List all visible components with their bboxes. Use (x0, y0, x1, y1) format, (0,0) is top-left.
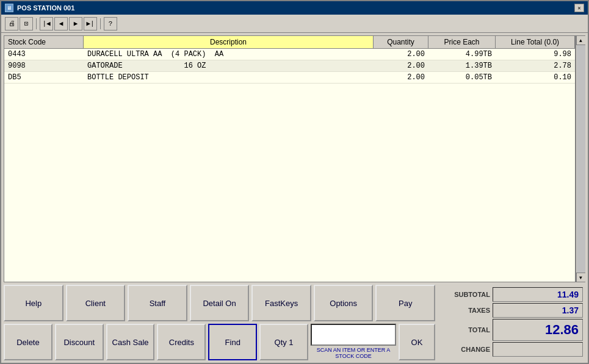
staff-button[interactable]: Staff (128, 285, 187, 321)
cell-stock-code: 9098 (4, 60, 84, 71)
cell-line-total: 0.10 (496, 72, 575, 83)
scan-input[interactable] (311, 324, 396, 346)
credits-button[interactable]: Credits (157, 324, 206, 360)
nav-prev-button[interactable]: ◀ (54, 17, 68, 30)
taxes-row: TAXES 1.37 (441, 303, 583, 318)
window-title: POS STATION 001 (17, 4, 74, 12)
main-window: 🖥 POS STATION 001 ✕ 🖨 ⊡ |◀ ◀ ▶ ▶| ? Stoc… (0, 0, 589, 364)
cell-line-total: 9.98 (496, 49, 575, 60)
copy-icon[interactable]: ⊡ (20, 17, 33, 30)
title-controls: ✕ (574, 4, 584, 12)
cell-stock-code: DB5 (4, 72, 84, 83)
discount-button[interactable]: Discount (55, 324, 104, 360)
cell-description: GATORADE 16 OZ (84, 60, 374, 71)
scroll-down-arrow[interactable]: ▼ (576, 273, 586, 282)
cell-price-each: 0.05TB (428, 72, 496, 83)
bottom-area: Help Client Staff Detail On FastKeys Opt… (4, 285, 585, 360)
nav-next-button[interactable]: ▶ (69, 17, 82, 30)
grid-header: Stock Code Description Quantity Price Ea… (4, 36, 575, 49)
help-button[interactable]: ? (104, 17, 117, 30)
total-row: TOTAL 12.86 (441, 319, 583, 341)
title-bar-left: 🖥 POS STATION 001 (5, 4, 74, 12)
scan-label: SCAN AN ITEM OR ENTER A STOCK CODE (311, 347, 396, 359)
total-value: 12.86 (493, 319, 583, 341)
cell-price-each: 1.39TB (428, 60, 496, 71)
change-label: CHANGE (441, 346, 490, 353)
buttons-area: Help Client Staff Detail On FastKeys Opt… (4, 285, 435, 360)
subtotal-row: SUBTOTAL 11.49 (441, 287, 583, 302)
cell-price-each: 4.99TB (428, 49, 496, 60)
fastkeys-button[interactable]: FastKeys (251, 285, 311, 321)
subtotal-value: 11.49 (493, 287, 583, 302)
cell-quantity: 2.00 (374, 49, 428, 60)
grid-area: Stock Code Description Quantity Price Ea… (4, 35, 585, 282)
cell-quantity: 2.00 (374, 60, 428, 71)
scroll-track[interactable] (577, 45, 585, 273)
table-row[interactable]: DB5 BOTTLE DEPOSIT 2.00 0.05TB 0.10 (4, 72, 575, 84)
col-header-description: Description (84, 36, 374, 48)
cell-line-total: 2.78 (496, 60, 575, 71)
toolbar-separator-1 (36, 18, 37, 29)
subtotal-label: SUBTOTAL (441, 291, 490, 298)
taxes-label: TAXES (441, 307, 490, 314)
col-header-quantity: Quantity (374, 36, 428, 48)
help-button[interactable]: Help (4, 285, 63, 321)
col-header-stock-code: Stock Code (4, 36, 84, 48)
cell-stock-code: 0443 (4, 49, 84, 60)
ok-button[interactable]: OK (399, 324, 435, 360)
detail-on-button[interactable]: Detail On (190, 285, 250, 321)
qty1-button[interactable]: Qty 1 (259, 324, 308, 360)
pay-button[interactable]: Pay (375, 285, 435, 321)
scan-input-area: SCAN AN ITEM OR ENTER A STOCK CODE (311, 324, 396, 360)
table-row[interactable]: 9098 GATORADE 16 OZ 2.00 1.39TB 2.78 (4, 60, 575, 72)
totals-area: SUBTOTAL 11.49 TAXES 1.37 TOTAL 12.86 CH… (439, 285, 585, 360)
change-row: CHANGE (441, 342, 583, 357)
toolbar: 🖨 ⊡ |◀ ◀ ▶ ▶| ? (1, 15, 588, 33)
col-header-line-total: Line Total (0.0) (496, 36, 575, 48)
cell-description: DURACELL ULTRA AA (4 PACK) AA (84, 49, 374, 60)
cash-sale-button[interactable]: Cash Sale (106, 324, 155, 360)
button-row-2: Delete Discount Cash Sale Credits Find Q… (4, 324, 435, 360)
button-row-1: Help Client Staff Detail On FastKeys Opt… (4, 285, 435, 321)
change-value (493, 342, 583, 357)
title-bar: 🖥 POS STATION 001 ✕ (1, 1, 588, 15)
taxes-value: 1.37 (493, 303, 583, 318)
delete-button[interactable]: Delete (4, 324, 52, 360)
printer-icon[interactable]: 🖨 (5, 17, 18, 30)
options-button[interactable]: Options (314, 285, 374, 321)
close-button[interactable]: ✕ (574, 4, 584, 12)
table-row[interactable]: 0443 DURACELL ULTRA AA (4 PACK) AA 2.00 … (4, 49, 575, 60)
cell-description: BOTTLE DEPOSIT (84, 72, 374, 83)
client-button[interactable]: Client (66, 285, 126, 321)
col-header-price-each: Price Each (428, 36, 496, 48)
nav-first-button[interactable]: |◀ (40, 17, 53, 30)
find-button[interactable]: Find (208, 324, 257, 360)
nav-last-button[interactable]: ▶| (84, 17, 97, 30)
total-label: TOTAL (441, 326, 490, 334)
grid-container: Stock Code Description Quantity Price Ea… (4, 35, 576, 282)
vertical-scrollbar[interactable]: ▲ ▼ (576, 35, 585, 282)
app-icon: 🖥 (5, 4, 13, 12)
toolbar-separator-2 (100, 18, 101, 29)
main-content: Stock Code Description Quantity Price Ea… (1, 33, 588, 363)
cell-quantity: 2.00 (374, 72, 428, 83)
grid-body: 0443 DURACELL ULTRA AA (4 PACK) AA 2.00 … (4, 49, 575, 282)
scroll-up-arrow[interactable]: ▲ (576, 35, 586, 45)
